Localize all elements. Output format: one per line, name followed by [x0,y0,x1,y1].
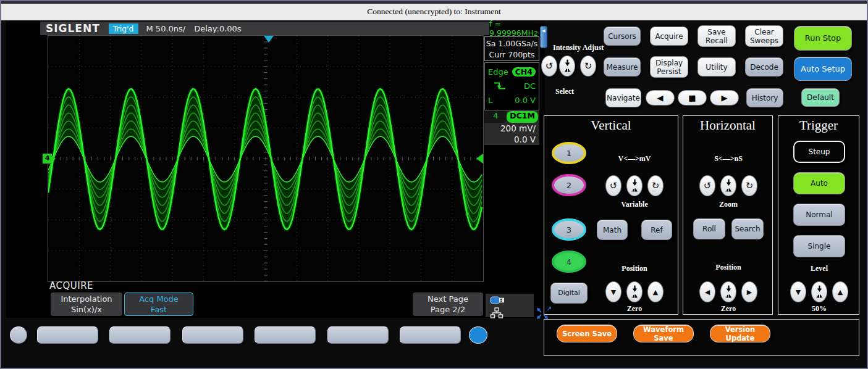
digital-button[interactable]: Digital [550,283,588,304]
vertical-position-push-knob[interactable] [626,281,643,302]
vertical-scale-cw-knob[interactable]: ↻ [647,175,664,196]
trigger-level-up-knob[interactable]: ▲ [832,281,848,302]
push-knob-icon [724,179,733,193]
display-persist-button[interactable]: Display Persist [650,56,688,78]
utility-button[interactable]: Utility [697,57,736,77]
panel-divider-handle[interactable]: ◀ [540,26,547,48]
trigger-level-down-knob[interactable]: ▼ [790,281,806,302]
io-status-box [486,294,534,317]
horizontal-scale-ccw-knob[interactable]: ↺ [699,175,715,196]
navigate-back-button[interactable]: ◀ [646,90,675,106]
trigger-level-push-knob[interactable] [811,281,827,302]
channel4-offset-readout: 0.0 V [484,134,539,145]
save-recall-button[interactable]: Save Recall [697,25,736,47]
horizontal-scale-push-knob[interactable] [720,175,736,196]
soft-key-1[interactable] [37,326,98,344]
trigger-position-marker[interactable] [264,36,274,43]
volts-scale-label: V<—>mV [594,154,675,164]
run-stop-button[interactable]: Run Stop [794,26,852,51]
history-button[interactable]: History [746,88,783,107]
soft-key-3[interactable] [182,326,243,344]
delay-readout: Delay:0.00s [194,24,241,33]
lan-network-icon [490,307,504,319]
acq-mode-menu-button[interactable]: Acq Mode Fast [124,292,193,316]
vertical-scale-ccw-knob[interactable]: ↺ [605,175,622,196]
connection-status-text: Connected (unencrypted) to: Instrument [367,7,500,17]
trigger-info-box: Edge CH4 DC L 0.0 V [484,62,539,110]
channel2-button[interactable]: 2 [552,174,586,196]
version-update-button[interactable]: Version Update [710,325,770,342]
ref-button[interactable]: Ref [641,220,672,240]
scope-screen: SIGLENT Trig'd M 50.0ns/ Delay:0.00s f =… [6,21,545,318]
trigger-normal-button[interactable]: Normal [793,204,845,226]
channel4-button[interactable]: 4 [552,251,586,273]
interpolation-menu-button[interactable]: Interpolation Sin(x)/x [51,292,122,316]
acquire-button[interactable]: Acquire [650,27,688,46]
push-knob-icon [563,59,572,73]
trigger-auto-button[interactable]: Auto [793,172,845,194]
trigger-level-value: 0.0 V [515,96,536,105]
intensity-cw-knob[interactable]: ↻ [580,56,596,77]
intensity-ccw-knob[interactable]: ↺ [541,56,557,77]
channel4-offset-marker[interactable]: 4 [43,154,52,164]
trigger-setup-button[interactable]: Steup [793,141,845,163]
left-arrow-icon: ◀ [657,93,664,102]
decode-button[interactable]: Decode [745,57,783,77]
horizontal-position-right-knob[interactable]: ▶ [741,281,757,302]
trigger-single-button[interactable]: Single [793,235,845,257]
waveform-save-button[interactable]: Waveform Save [633,325,694,342]
vertical-position-down-knob[interactable]: ▼ [605,281,622,302]
trigger-panel: Trigger Steup Auto Normal Single Level ▼… [778,115,859,315]
falling-edge-icon [493,81,507,91]
vertical-panel-title: Vertical [544,118,678,133]
sample-rate-readout: Sa 1.00GSa/s [485,38,539,49]
soft-key-4[interactable] [255,326,316,344]
math-button[interactable]: Math [597,220,628,240]
channel3-button[interactable]: 3 [552,218,586,241]
soft-key-blue[interactable] [469,326,487,344]
soft-key-2[interactable] [109,326,171,344]
trigger-source-badge: CH4 [512,67,536,77]
soft-key-round[interactable] [10,326,27,344]
waveform-display [48,35,484,282]
scope-status-bar: SIGLENT Trig'd M 50.0ns/ Delay:0.00s f =… [40,22,545,35]
intensity-push-knob[interactable] [559,56,575,77]
horizontal-position-push-knob[interactable] [720,281,736,302]
horizontal-position-left-knob[interactable]: ◀ [699,281,715,302]
auto-setup-button[interactable]: Auto Setup [794,57,852,81]
vertical-position-up-knob[interactable]: ▲ [647,281,664,302]
select-label: Select [555,87,574,96]
search-button[interactable]: Search [731,218,764,239]
default-button[interactable]: Default [801,88,840,107]
time-scale-label: S<—>nS [683,154,773,164]
navigate-stop-button[interactable]: ■ [678,90,707,106]
acquisition-info-box: Sa 1.00GSa/s Curr 700pts [484,36,539,61]
next-page-menu-button[interactable]: Next Page Page 2/2 [413,292,483,316]
navigate-forward-button[interactable]: ▶ [710,90,739,106]
soft-key-6[interactable] [400,326,461,344]
screen-save-button[interactable]: Screen Save [557,325,617,342]
navigate-button[interactable]: Navigate [605,88,641,107]
trigger-level-marker[interactable] [476,154,483,164]
horizontal-panel-title: Horizontal [683,118,772,133]
soft-key-5[interactable] [327,326,389,344]
channel4-info-box[interactable]: 4 DC1M 200 mV/ 0.0 V [484,111,539,145]
panel-expand-icon[interactable]: ↗ [546,305,552,313]
trigger-mode-label: Edge [488,67,508,77]
frequency-counter: f = 9.99996MHz [489,22,545,35]
trigger-fifty-percent-label: 50% [778,304,860,313]
trigger-level-label: Level [778,264,860,273]
roll-button[interactable]: Roll [693,218,725,239]
cursors-button[interactable]: Cursors [604,27,641,46]
push-knob-icon [815,285,824,299]
clear-sweeps-button[interactable]: Clear Sweeps [745,25,783,47]
vertical-position-label: Position [594,264,675,273]
horizontal-scale-cw-knob[interactable]: ↻ [741,175,757,196]
trigger-panel-title: Trigger [778,118,859,133]
channel1-button[interactable]: 1 [552,142,586,164]
push-knob-icon [724,285,733,299]
zoom-label: Zoom [683,200,773,209]
vertical-scale-push-knob[interactable] [626,175,643,196]
measure-button[interactable]: Measure [604,57,641,77]
vertical-zero-label: Zero [594,304,675,313]
